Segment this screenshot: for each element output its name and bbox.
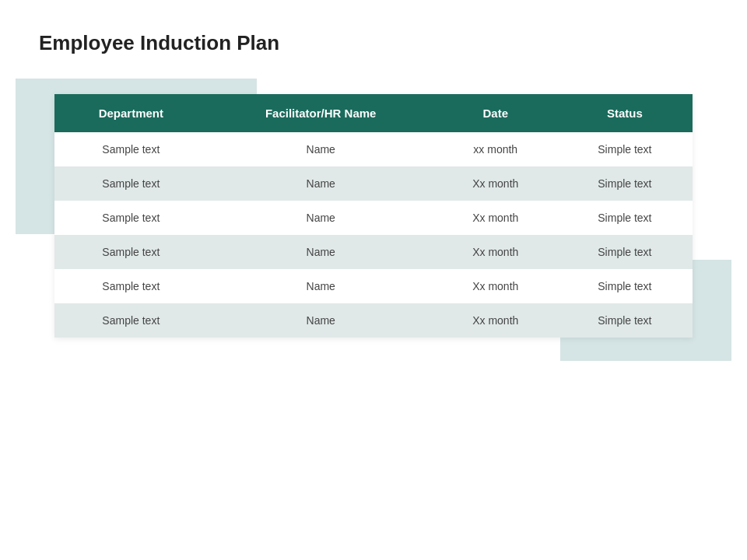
table-cell: Sample text — [54, 269, 208, 303]
table-row: Sample textNameXx monthSimple text — [54, 166, 693, 201]
table-wrapper: DepartmentFacilitator/​HR NameDateStatus… — [54, 94, 693, 338]
table-cell: Name — [208, 201, 434, 235]
table-cell: Xx month — [434, 201, 557, 235]
table-row: Sample textNamexx monthSimple text — [54, 132, 693, 166]
table-row: Sample textNameXx monthSimple text — [54, 303, 693, 338]
table-cell: Name — [208, 166, 434, 201]
table-cell: Simple text — [557, 235, 693, 269]
table-cell: Xx month — [434, 269, 557, 303]
table-cell: Name — [208, 303, 434, 338]
table-cell: Simple text — [557, 201, 693, 235]
table-cell: xx month — [434, 132, 557, 166]
table-header-cell: Department — [54, 94, 208, 132]
table-header-cell: Facilitator/​HR Name — [208, 94, 434, 132]
table-row: Sample textNameXx monthSimple text — [54, 269, 693, 303]
table-cell: Sample text — [54, 201, 208, 235]
table-cell: Name — [208, 132, 434, 166]
table-cell: Simple text — [557, 132, 693, 166]
table-cell: Xx month — [434, 166, 557, 201]
table-cell: Simple text — [557, 269, 693, 303]
page-container: Employee Induction Plan DepartmentFacili… — [0, 0, 747, 560]
table-cell: Name — [208, 235, 434, 269]
table-cell: Sample text — [54, 303, 208, 338]
table-cell: Simple text — [557, 166, 693, 201]
table-header-cell: Status — [557, 94, 693, 132]
page-title: Employee Induction Plan — [39, 31, 708, 55]
table-cell: Xx month — [434, 303, 557, 338]
table-cell: Xx month — [434, 235, 557, 269]
table-row: Sample textNameXx monthSimple text — [54, 201, 693, 235]
table-cell: Name — [208, 269, 434, 303]
table-header-cell: Date — [434, 94, 557, 132]
table-row: Sample textNameXx monthSimple text — [54, 235, 693, 269]
table-cell: Sample text — [54, 235, 208, 269]
table-header-row: DepartmentFacilitator/​HR NameDateStatus — [54, 94, 693, 132]
table-cell: Sample text — [54, 166, 208, 201]
decorative-wrapper: DepartmentFacilitator/​HR NameDateStatus… — [39, 94, 708, 338]
table-cell: Simple text — [557, 303, 693, 338]
induction-table: DepartmentFacilitator/​HR NameDateStatus… — [54, 94, 693, 338]
table-cell: Sample text — [54, 132, 208, 166]
